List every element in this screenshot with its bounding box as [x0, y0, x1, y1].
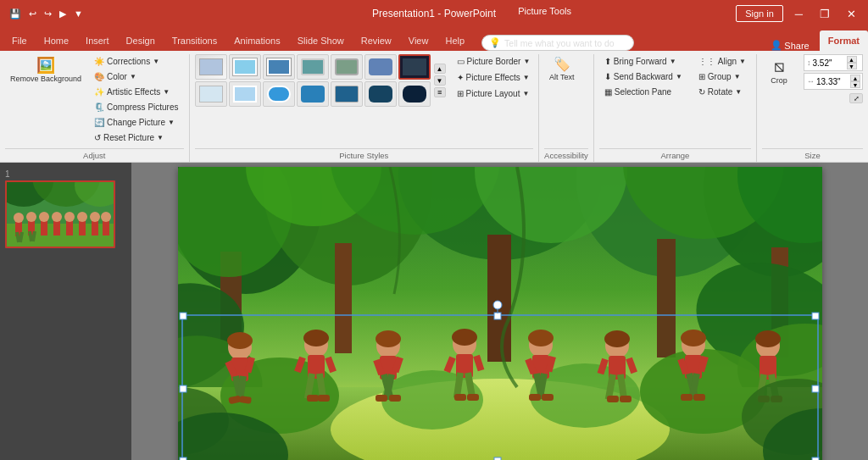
width-input[interactable]	[816, 77, 849, 86]
style-swatch-1[interactable]	[195, 54, 227, 80]
bring-forward-button[interactable]: ⬆ Bring Forward ▼	[599, 54, 687, 69]
width-down-button[interactable]: ▼	[850, 81, 860, 88]
swatch-scroll-down[interactable]: ▼	[434, 75, 446, 86]
remove-background-button[interactable]: 🖼️ Remove Background	[5, 54, 86, 87]
tab-file[interactable]: File	[3, 30, 36, 51]
size-expand-button[interactable]: ⤢	[849, 93, 863, 103]
tab-home[interactable]: Home	[36, 30, 77, 51]
save-button[interactable]: 💾	[7, 7, 24, 21]
style-swatch-13[interactable]	[364, 81, 397, 107]
crop-icon: ⧅	[774, 58, 785, 75]
tab-format[interactable]: Format	[820, 30, 868, 51]
style-swatch-3[interactable]	[263, 54, 295, 80]
svg-point-14	[39, 212, 49, 222]
crop-label: Crop	[771, 76, 787, 85]
title-bar-left: 💾 ↩ ↪ ▶ ▼	[7, 7, 86, 21]
send-backward-button[interactable]: ⬇ Send Backward ▼	[599, 69, 687, 84]
close-button[interactable]: ✕	[842, 6, 861, 22]
picture-border-button[interactable]: ▭ Picture Border ▼	[452, 54, 536, 69]
tell-me-input[interactable]: 💡 Tell me what you want to do	[481, 35, 634, 51]
style-swatch-8[interactable]	[195, 81, 227, 107]
signin-button[interactable]: Sign in	[736, 5, 783, 22]
change-picture-button[interactable]: 🔄 Change Picture ▼	[89, 115, 183, 130]
height-up-button[interactable]: ▲	[847, 56, 857, 63]
accessibility-label: Accessibility	[544, 148, 588, 162]
undo-button[interactable]: ↩	[26, 7, 39, 21]
tab-animations[interactable]: Animations	[225, 30, 288, 51]
slide-thumbnail-1[interactable]: 1	[5, 169, 126, 248]
effects-dropdown-icon: ▼	[523, 74, 530, 81]
style-swatch-9[interactable]	[229, 81, 261, 107]
svg-rect-85	[467, 394, 479, 401]
tab-design[interactable]: Design	[118, 30, 164, 51]
style-swatch-2[interactable]	[229, 54, 261, 80]
alt-text-button[interactable]: 🏷️ Alt Text	[544, 54, 579, 86]
restore-button[interactable]: ❐	[815, 6, 835, 22]
compress-pictures-button[interactable]: 🗜️ Compress Pictures	[89, 100, 183, 114]
picture-tools-context-label: Picture Tools	[518, 6, 571, 16]
style-swatch-12[interactable]	[331, 81, 363, 107]
group-button[interactable]: ⊞ Group ▼	[693, 69, 751, 84]
tab-insert[interactable]: Insert	[77, 30, 118, 51]
start-from-beginning-button[interactable]: ▶	[57, 7, 69, 21]
share-button[interactable]: 👤 Share	[771, 40, 809, 51]
height-spinners: ▲ ▼	[847, 56, 857, 69]
swatch-more[interactable]: ≡	[434, 87, 446, 97]
canvas-area	[131, 163, 868, 460]
height-down-button[interactable]: ▼	[847, 63, 857, 69]
reset-picture-button[interactable]: ↺ Reset Picture ▼	[89, 130, 183, 145]
align-button[interactable]: ⋮⋮ Align ▼	[693, 54, 751, 69]
tab-view[interactable]: View	[400, 30, 437, 51]
style-swatch-5[interactable]	[331, 54, 363, 80]
svg-rect-112	[693, 394, 705, 401]
picture-layout-button[interactable]: ⊞ Picture Layout ▼	[452, 86, 536, 101]
tab-slide-show[interactable]: Slide Show	[289, 30, 353, 51]
svg-point-16	[52, 212, 62, 222]
picture-effects-icon: ✦	[457, 73, 464, 82]
customize-quick-access-button[interactable]: ▼	[71, 7, 86, 20]
minimize-button[interactable]: ─	[790, 6, 808, 22]
style-swatch-11[interactable]	[297, 81, 329, 107]
slide-number-label: 1	[5, 169, 126, 179]
border-dropdown-icon: ▼	[523, 58, 530, 65]
color-icon: 🎨	[94, 72, 104, 81]
svg-point-135	[493, 301, 502, 309]
selection-pane-button[interactable]: ▦ Selection Pane	[599, 85, 687, 99]
svg-point-116	[755, 330, 781, 347]
width-up-button[interactable]: ▲	[850, 75, 860, 81]
corrections-button[interactable]: ☀️ Corrections ▼	[89, 54, 183, 69]
width-spinners: ▲ ▼	[850, 75, 860, 88]
main-area: 1	[0, 163, 868, 460]
adjust-group-content: 🖼️ Remove Background ☀️ Corrections ▼ 🎨 …	[5, 54, 184, 148]
slide-canvas[interactable]	[178, 167, 822, 461]
group-size: ⧅ Crop ↕ ▲ ▼ ↔ ▲ ▼	[757, 54, 868, 162]
group-picture-styles: ▲ ▼ ≡ ▭ Picture Border ▼ ✦ Picture Effec…	[190, 54, 540, 162]
height-input[interactable]	[813, 58, 845, 68]
svg-point-89	[528, 330, 554, 346]
color-button[interactable]: 🎨 Color ▼	[89, 69, 183, 84]
style-swatch-14[interactable]	[398, 81, 431, 107]
redo-button[interactable]: ↪	[42, 7, 54, 21]
crop-button[interactable]: ⧅ Crop	[762, 54, 796, 88]
svg-point-22	[90, 212, 100, 222]
swatch-scroll-up[interactable]: ▲	[434, 64, 446, 74]
picture-styles-content: ▲ ▼ ≡ ▭ Picture Border ▼ ✦ Picture Effec…	[195, 54, 536, 148]
style-swatch-7[interactable]	[398, 54, 431, 80]
style-swatch-10[interactable]	[263, 81, 295, 107]
tab-review[interactable]: Review	[353, 30, 400, 51]
accessibility-group-content: 🏷️ Alt Text	[544, 54, 579, 148]
style-swatch-4[interactable]	[297, 54, 329, 80]
slide-thumb-svg	[7, 181, 114, 247]
width-label: ↔	[807, 77, 815, 86]
quick-access-toolbar[interactable]: 💾 ↩ ↪ ▶ ▼	[7, 7, 86, 21]
tab-transitions[interactable]: Transitions	[164, 30, 225, 51]
rotate-button[interactable]: ↻ Rotate ▼	[693, 85, 751, 99]
picture-effects-button[interactable]: ✦ Picture Effects ▼	[452, 70, 536, 85]
svg-rect-134	[812, 385, 819, 392]
svg-rect-76	[389, 395, 401, 402]
reset-icon: ↺	[94, 133, 101, 142]
tab-help[interactable]: Help	[437, 30, 473, 51]
style-swatch-6[interactable]	[364, 54, 397, 80]
rotate-icon: ↻	[698, 87, 705, 97]
artistic-effects-button[interactable]: ✨ Artistic Effects ▼	[89, 85, 183, 99]
